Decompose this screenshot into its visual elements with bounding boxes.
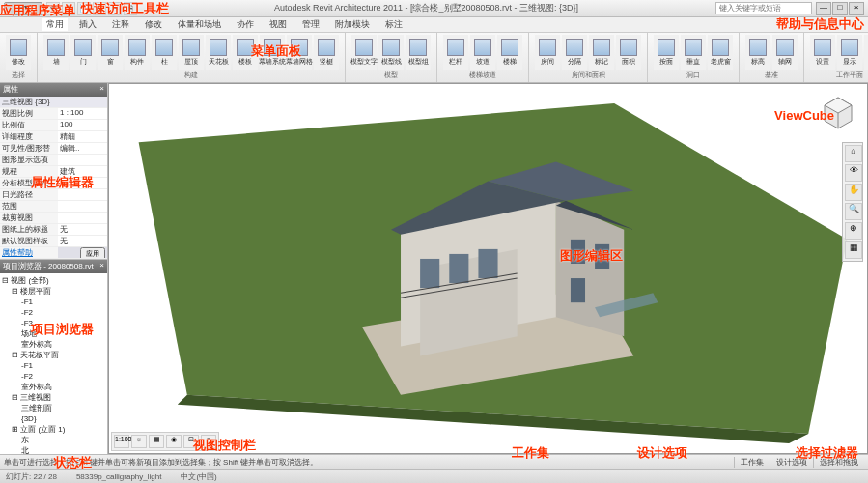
- ribbon-button-dorm[interactable]: 老虎窗: [708, 35, 733, 70]
- props-help-link[interactable]: 属性帮助: [0, 247, 58, 258]
- ribbon-button-stair[interactable]: 楼梯: [497, 35, 522, 70]
- minimize-button[interactable]: —: [816, 2, 831, 15]
- qat-button[interactable]: ↷: [62, 2, 75, 15]
- tree-item[interactable]: {3D}: [2, 413, 105, 424]
- drawing-viewport[interactable]: ⌂👁✋🔍⊕▦ 1:100☼▦◉⊡≡: [108, 83, 868, 454]
- browser-title[interactable]: 项目浏览器 - 20080508.rvt×: [0, 260, 107, 273]
- nav-button[interactable]: ⊕: [845, 222, 862, 240]
- view-control-button[interactable]: ☼: [131, 435, 147, 448]
- view-control-button[interactable]: ◉: [166, 435, 182, 448]
- ribbon-tab[interactable]: 协作: [233, 18, 258, 31]
- tree-item[interactable]: ⊟ 楼层平面: [2, 286, 105, 297]
- property-value[interactable]: 编辑..: [58, 143, 107, 154]
- properties-title[interactable]: 属性×: [0, 83, 107, 97]
- ribbon-button-door[interactable]: 门: [70, 35, 96, 70]
- tree-item[interactable]: ⊟ 天花板平面: [2, 350, 105, 360]
- ribbon-button-lvl[interactable]: 标高: [745, 35, 770, 70]
- ribbon-button-wall[interactable]: 墙: [43, 35, 69, 70]
- tree-item[interactable]: -F2: [2, 371, 105, 382]
- selection-filter-button[interactable]: 选择和拖拽: [813, 457, 864, 468]
- ribbon-button-win[interactable]: 窗: [98, 35, 123, 70]
- ribbon-button-sel[interactable]: 修改: [6, 35, 31, 70]
- property-value[interactable]: [58, 178, 107, 188]
- property-row[interactable]: 分析模型样式: [0, 178, 107, 189]
- ribbon-button-curt[interactable]: 幕墙系统: [260, 35, 285, 70]
- model-canvas[interactable]: [109, 84, 867, 453]
- workset-button[interactable]: 工作集: [734, 457, 770, 468]
- help-search-input[interactable]: [715, 2, 812, 14]
- property-value[interactable]: [58, 155, 107, 165]
- property-value[interactable]: 无: [58, 236, 107, 246]
- ribbon-button-floor[interactable]: 楼板: [233, 35, 258, 70]
- view-control-button[interactable]: ▦: [149, 435, 164, 448]
- ribbon-button-axis[interactable]: 轴网: [772, 35, 798, 70]
- ribbon-button-area[interactable]: 面积: [616, 35, 641, 70]
- close-icon[interactable]: ×: [99, 261, 104, 272]
- ribbon-button-room[interactable]: 房间: [535, 35, 560, 70]
- tree-item[interactable]: 三维剖面: [2, 403, 105, 413]
- tree-item[interactable]: ⊟ 三维视图: [2, 392, 105, 403]
- tree-item[interactable]: 东: [2, 435, 105, 445]
- ribbon-button-grid[interactable]: 幕墙网格: [287, 35, 312, 70]
- property-row[interactable]: 图纸上的标题无: [0, 224, 107, 236]
- apply-button[interactable]: 应用: [80, 247, 105, 258]
- ribbon-tab[interactable]: 视图: [266, 18, 291, 31]
- property-row[interactable]: 可见性/图形替换编辑..: [0, 143, 107, 155]
- ribbon-tab[interactable]: 标注: [381, 18, 406, 31]
- design-options-button[interactable]: 设计选项: [770, 457, 813, 468]
- qat-button[interactable]: 📄: [77, 2, 91, 15]
- ribbon-tab[interactable]: 常用: [42, 18, 68, 31]
- ribbon-tab[interactable]: 修改: [141, 18, 166, 31]
- property-value[interactable]: 无: [58, 224, 107, 235]
- ribbon-button-grp[interactable]: 模型组: [406, 35, 431, 70]
- ribbon-button-sep[interactable]: 分隔: [562, 35, 587, 70]
- qat-button[interactable]: ⎘: [124, 2, 137, 15]
- ribbon-tab[interactable]: 管理: [298, 18, 323, 31]
- property-row[interactable]: 裁剪视图: [0, 213, 107, 224]
- ribbon-button-show[interactable]: 显示: [837, 35, 862, 70]
- ribbon-tab[interactable]: 附加模块: [331, 18, 374, 31]
- qat-button[interactable]: ↶: [46, 2, 60, 15]
- nav-button[interactable]: 👁: [845, 164, 862, 182]
- nav-button[interactable]: ✋: [845, 184, 862, 201]
- ribbon-button-roof[interactable]: 屋顶: [179, 35, 204, 70]
- tree-item[interactable]: 室外标高: [2, 339, 105, 350]
- tree-item[interactable]: -F1: [2, 360, 105, 371]
- browser-tree[interactable]: ⊟ 视图 (全部)⊟ 楼层平面-F1-F2-F3场地室外标高⊟ 天花板平面-F1…: [0, 273, 107, 454]
- property-value[interactable]: [58, 201, 107, 212]
- close-button[interactable]: ×: [849, 2, 864, 15]
- view-control-button[interactable]: ≡: [201, 435, 216, 448]
- nav-button[interactable]: 🔍: [845, 203, 862, 220]
- property-value[interactable]: 100: [58, 120, 107, 130]
- ribbon-button-ceil[interactable]: 天花板: [206, 35, 231, 70]
- ribbon-button-text[interactable]: 模型文字: [351, 35, 377, 70]
- nav-button[interactable]: ▦: [845, 242, 862, 259]
- view-cube[interactable]: [819, 94, 857, 132]
- tree-item[interactable]: ⊞ 立面 (立面 1): [2, 424, 105, 435]
- property-value[interactable]: 1 : 100: [58, 108, 107, 119]
- property-row[interactable]: 日光路径: [0, 189, 107, 201]
- property-row[interactable]: 图形显示选项: [0, 155, 107, 166]
- tree-item[interactable]: 场地: [2, 328, 105, 339]
- ribbon-button-ramp[interactable]: 坡道: [470, 35, 495, 70]
- close-icon[interactable]: ×: [99, 84, 104, 96]
- property-value[interactable]: [58, 189, 107, 200]
- ribbon-button-rail[interactable]: 栏杆: [443, 35, 468, 70]
- tree-item[interactable]: -F1: [2, 297, 105, 307]
- property-value[interactable]: 建筑: [58, 166, 107, 177]
- ribbon-button-mull[interactable]: 竖梃: [314, 35, 339, 70]
- nav-button[interactable]: ⌂: [845, 145, 862, 162]
- property-row[interactable]: 范围: [0, 201, 107, 213]
- view-control-button[interactable]: 1:100: [114, 435, 129, 448]
- maximize-button[interactable]: □: [832, 2, 848, 15]
- qat-button[interactable]: 🖨: [93, 2, 106, 15]
- property-row[interactable]: 详细程度精细: [0, 131, 107, 143]
- ribbon-button-tag[interactable]: 标记: [589, 35, 614, 70]
- qat-button[interactable]: ✂: [108, 2, 122, 15]
- property-value[interactable]: [58, 213, 107, 223]
- ribbon-button-vert[interactable]: 垂直: [681, 35, 706, 70]
- ribbon-tab[interactable]: 体量和场地: [174, 18, 225, 31]
- property-row[interactable]: 默认视图样板无: [0, 236, 107, 247]
- tree-item[interactable]: 室外标高: [2, 382, 105, 392]
- tree-item[interactable]: ⊟ 视图 (全部): [2, 275, 105, 286]
